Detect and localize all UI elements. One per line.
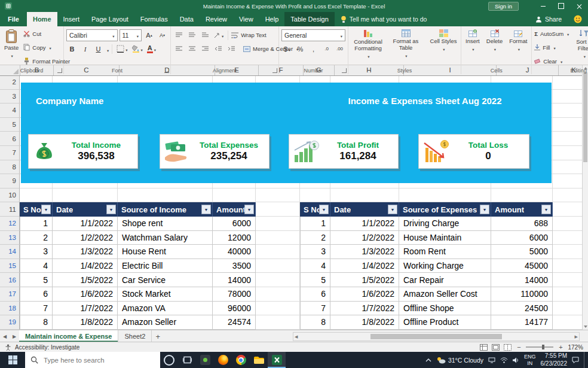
filter-button[interactable]	[41, 205, 51, 214]
center-button[interactable]	[186, 44, 198, 54]
grid-cell[interactable]	[553, 118, 583, 132]
expense-cell-r7c3[interactable]: 14177	[491, 315, 553, 330]
income-cell-r3c3[interactable]: 3500	[213, 259, 256, 273]
sheet-nav-right-button[interactable]: ▶	[10, 330, 19, 342]
income-cell-r1c1[interactable]: 1/2/2022	[53, 231, 118, 245]
grid-cell[interactable]	[118, 188, 213, 203]
expense-cell-r6c2[interactable]: Offline Shope	[399, 302, 491, 316]
row-header-8[interactable]: 8	[0, 160, 20, 175]
grid-cell[interactable]	[553, 75, 583, 90]
format-cells-button[interactable]: Format	[507, 28, 529, 66]
grid-cell[interactable]	[553, 315, 583, 330]
expense-cell-r3c1[interactable]: 1/4/2022	[330, 259, 399, 273]
scroll-right-button[interactable]: ▶	[575, 334, 578, 339]
font-color-button[interactable]: A	[146, 44, 157, 54]
income-cell-r4c3[interactable]: 14000	[213, 273, 256, 287]
row-header-14[interactable]: 14	[0, 245, 20, 259]
tab-page-layout[interactable]: Page Layout	[85, 12, 134, 26]
maximize-button[interactable]	[552, 0, 570, 12]
grid-cell[interactable]	[399, 188, 491, 203]
sheet-nav-left-button[interactable]: ◀	[0, 330, 10, 342]
clipboard-dialog-launcher[interactable]	[57, 68, 62, 73]
sheet-title[interactable]: Income & Expenses Sheet Aug 2022	[302, 96, 548, 106]
hidden-icons-chevron[interactable]	[425, 358, 431, 362]
horizontal-scroll-track[interactable]	[299, 334, 573, 339]
row-header-17[interactable]: 17	[0, 287, 20, 302]
income-cell-r6c1[interactable]: 1/7/2022	[53, 302, 118, 316]
top-align-button[interactable]	[173, 30, 185, 41]
conditional-formatting-button[interactable]: Conditional Formatting	[351, 28, 385, 66]
italic-button[interactable]: I	[79, 44, 91, 54]
expense-cell-r1c2[interactable]: House Maintain	[399, 231, 491, 245]
format-painter-button[interactable]: Format Painter	[23, 57, 70, 65]
income-cell-r3c0[interactable]: 4	[20, 259, 53, 273]
fill-color-button[interactable]	[131, 44, 144, 54]
page-layout-view-button[interactable]	[492, 344, 500, 351]
expense-cell-r1c3[interactable]: 6000	[491, 231, 553, 245]
grid-cell[interactable]	[553, 146, 583, 160]
row-header-6[interactable]: 6	[0, 132, 20, 146]
expense-cell-r7c2[interactable]: Offline Product	[399, 315, 491, 330]
font-dialog-launcher[interactable]	[164, 68, 169, 73]
scroll-left-button[interactable]: ◀	[295, 334, 298, 339]
grid-cell[interactable]	[553, 259, 583, 273]
income-cell-r6c2[interactable]: Amazon VA	[118, 302, 213, 316]
expense-cell-r3c3[interactable]: 45000	[491, 259, 553, 273]
tab-table-design[interactable]: Table Design	[284, 12, 335, 26]
grid-cell[interactable]	[300, 188, 330, 203]
income-cell-r7c1[interactable]: 1/8/2022	[53, 315, 118, 330]
grid-cell[interactable]	[256, 287, 300, 302]
decrease-decimal-button[interactable]: .00	[334, 44, 345, 54]
sheet-tab-sheet2[interactable]: Sheet2	[118, 330, 152, 342]
expense-cell-r3c0[interactable]: 4	[300, 259, 330, 273]
percent-style-button[interactable]: %	[295, 44, 306, 54]
grid-cell[interactable]	[256, 217, 300, 231]
language-indicator[interactable]: ENG IN	[524, 354, 536, 367]
grid-cell[interactable]	[256, 259, 300, 273]
grid-cell[interactable]	[213, 188, 256, 203]
grid-cell[interactable]	[553, 302, 583, 316]
grid-cell[interactable]	[553, 90, 583, 104]
action-center-icon[interactable]	[572, 357, 579, 363]
filter-button[interactable]	[480, 205, 489, 214]
pinned-app-button-1[interactable]	[196, 352, 214, 368]
tab-data[interactable]: Data	[174, 12, 200, 26]
file-explorer-button[interactable]	[250, 352, 268, 368]
expense-cell-r0c1[interactable]: 1/1/2022	[330, 217, 399, 231]
row-header-13[interactable]: 13	[0, 231, 20, 245]
income-cell-r5c0[interactable]: 6	[20, 287, 53, 302]
expense-cell-r2c3[interactable]: 5000	[491, 245, 553, 259]
insert-cells-button[interactable]: Insert	[464, 28, 482, 66]
delete-cells-button[interactable]: Delete	[485, 28, 504, 66]
comma-style-button[interactable]: ,	[308, 44, 319, 54]
shrink-font-button[interactable]: A▾	[157, 30, 168, 41]
row-header-9[interactable]: 9	[0, 174, 20, 188]
grid-cell[interactable]	[553, 132, 583, 146]
income-cell-r0c3[interactable]: 6000	[213, 217, 256, 231]
filter-button[interactable]	[106, 205, 116, 214]
font-family-select[interactable]: Calibri	[66, 29, 118, 41]
search-input[interactable]	[42, 356, 155, 364]
scroll-down-button[interactable]	[583, 323, 588, 330]
row-header-4[interactable]: 4	[0, 104, 20, 118]
normal-view-button[interactable]	[480, 344, 488, 351]
income-cell-r7c2[interactable]: Amazon Seller	[118, 315, 213, 330]
grid-cell[interactable]	[491, 188, 553, 203]
filter-button[interactable]	[201, 205, 211, 214]
grid-cell[interactable]	[20, 188, 53, 203]
income-cell-r1c3[interactable]: 12000	[213, 231, 256, 245]
expense-cell-r4c3[interactable]: 14000	[491, 273, 553, 287]
tab-file[interactable]: File	[0, 12, 27, 26]
income-cell-r2c1[interactable]: 1/3/2022	[53, 245, 118, 259]
tab-help[interactable]: Help	[259, 12, 285, 26]
cortana-button[interactable]	[160, 352, 178, 368]
align-left-button[interactable]	[173, 44, 185, 54]
grid-cell[interactable]	[553, 287, 583, 302]
row-header-19[interactable]: 19	[0, 315, 20, 330]
autosum-button[interactable]: Σ AutoSum	[534, 29, 569, 38]
number-format-select[interactable]: General	[281, 29, 345, 41]
expense-cell-r3c2[interactable]: Working Charge	[399, 259, 491, 273]
income-cell-r1c2[interactable]: Watchman Salary	[118, 231, 213, 245]
income-cell-r1c0[interactable]: 2	[20, 231, 53, 245]
weather-widget[interactable]: 31°C Cloudy	[436, 357, 483, 364]
